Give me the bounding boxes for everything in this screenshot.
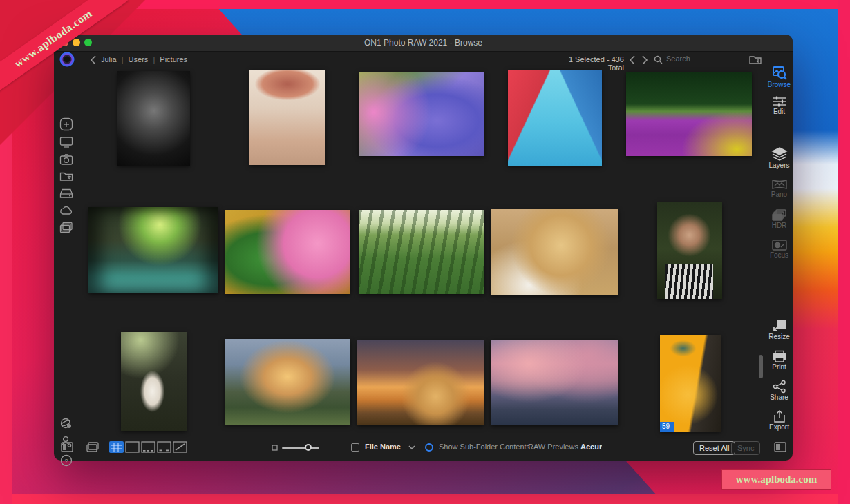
photo-thumbnail[interactable] xyxy=(508,70,602,166)
hdr-icon xyxy=(771,209,788,222)
photo-thumbnail[interactable] xyxy=(249,70,325,165)
module-hdr[interactable]: HDR xyxy=(766,209,793,229)
breadcrumb-item-users[interactable]: Users xyxy=(129,55,149,64)
sort-field-label[interactable]: File Name xyxy=(365,443,401,451)
add-source-icon[interactable] xyxy=(59,117,73,131)
photo-thumbnail[interactable] xyxy=(357,340,484,425)
sync-button[interactable]: Sync xyxy=(731,441,760,455)
module-pano-label: Pano xyxy=(766,191,793,198)
photo-thumbnail[interactable] xyxy=(491,340,618,425)
reset-all-button[interactable]: Reset All xyxy=(693,441,735,455)
photo-thumbnail[interactable] xyxy=(225,210,350,294)
photo-thumbnail[interactable] xyxy=(88,207,218,293)
bottom-toolbar: File Name Show Sub-Folder Contents RAW P… xyxy=(54,438,793,461)
print-icon xyxy=(772,350,787,363)
on1-logo-icon[interactable] xyxy=(59,52,75,67)
left-panel-toggle-icon[interactable] xyxy=(61,442,73,452)
cloud-icon[interactable] xyxy=(59,205,73,216)
photo-thumbnail[interactable] xyxy=(491,209,618,295)
action-share[interactable]: Share xyxy=(766,380,793,401)
frame-strip-bottom xyxy=(0,494,850,504)
action-share-label: Share xyxy=(766,394,793,401)
action-resize[interactable]: Resize xyxy=(766,319,793,340)
module-edit-label: Edit xyxy=(766,108,793,115)
right-rail: Browse Edit Layers Pano xyxy=(766,62,793,461)
module-browse-label: Browse xyxy=(766,81,793,88)
photo-thumbnail[interactable] xyxy=(121,332,187,431)
photo-thumbnail[interactable] xyxy=(657,202,722,299)
breadcrumb: Julia | Users | Pictures xyxy=(101,55,187,64)
thumbnail-size-slider-track[interactable] xyxy=(282,447,319,449)
browse-icon xyxy=(771,66,788,81)
prev-photo-icon[interactable] xyxy=(629,55,636,66)
module-focus-label: Focus xyxy=(766,251,793,259)
screenshot-canvas: ON1 Photo RAW 2021 - Browse Julia | User… xyxy=(0,0,850,504)
module-pano[interactable]: Pano xyxy=(766,178,793,198)
breadcrumb-separator: | xyxy=(153,55,155,64)
focus-icon xyxy=(771,239,788,251)
left-rail: ? xyxy=(54,70,75,461)
module-browse[interactable]: Browse xyxy=(766,66,793,88)
grid-scrollbar-thumb[interactable] xyxy=(759,355,763,378)
cataloged-folder-icon[interactable] xyxy=(59,171,73,182)
minimize-traffic-light[interactable] xyxy=(73,39,80,46)
watermark-badge: www.aplboda.com xyxy=(721,469,831,490)
photo-thumbnail[interactable] xyxy=(359,72,484,156)
thumbnail-size-slider-knob[interactable] xyxy=(305,444,312,451)
stacks-icon[interactable] xyxy=(86,441,100,453)
photo-thumbnail[interactable] xyxy=(359,210,484,294)
sort-dropdown-chevron-icon[interactable] xyxy=(408,445,416,450)
computer-icon[interactable] xyxy=(59,136,73,148)
view-compare-icon[interactable] xyxy=(157,441,171,453)
right-panel-toggle-icon[interactable] xyxy=(774,442,786,452)
window-title: ON1 Photo RAW 2021 - Browse xyxy=(54,35,793,51)
photo-thumbnail[interactable] xyxy=(117,71,190,166)
photo-thumbnail[interactable] xyxy=(225,339,350,425)
module-focus[interactable]: Focus xyxy=(766,239,793,259)
titlebar[interactable]: ON1 Photo RAW 2021 - Browse xyxy=(54,35,793,52)
breadcrumb-separator: | xyxy=(122,55,124,64)
action-export[interactable]: Export xyxy=(766,409,793,431)
search-icon xyxy=(654,55,663,65)
photo-thumbnail[interactable] xyxy=(626,72,752,156)
share-icon xyxy=(773,380,786,394)
back-chevron-icon[interactable] xyxy=(90,55,97,66)
sync-globe-icon[interactable] xyxy=(59,417,73,431)
albums-icon[interactable] xyxy=(59,222,73,234)
show-subfolder-label[interactable]: Show Sub-Folder Contents xyxy=(439,443,530,451)
action-resize-label: Resize xyxy=(766,333,793,340)
show-subfolder-radio[interactable] xyxy=(425,443,433,452)
pano-icon xyxy=(771,178,788,191)
zoom-traffic-light[interactable] xyxy=(84,39,92,46)
photo-thumbnail selected-photo[interactable]: 59 xyxy=(660,335,721,432)
watermark-badge-text: www.aplboda.com xyxy=(736,474,818,485)
breadcrumb-item-pictures[interactable]: Pictures xyxy=(160,55,187,64)
search-input[interactable] xyxy=(665,54,716,64)
thumbnail-size-icon xyxy=(272,445,278,451)
folder-icon[interactable] xyxy=(748,54,762,66)
module-hdr-label: HDR xyxy=(766,222,793,229)
view-grid-icon[interactable] xyxy=(109,441,124,453)
preview-quality-value[interactable]: Accurate xyxy=(580,443,602,451)
sort-checkbox[interactable] xyxy=(351,443,359,452)
view-quick-slideshow-icon[interactable] xyxy=(173,441,187,453)
raw-previews-label: RAW Previews xyxy=(528,443,578,451)
edit-icon xyxy=(772,95,787,108)
header-bar: Julia | Users | Pictures 1 Selected - 43… xyxy=(54,51,793,70)
resize-icon xyxy=(772,319,787,333)
view-photo-icon[interactable] xyxy=(125,441,140,453)
action-print-label: Print xyxy=(766,363,793,371)
camera-icon[interactable] xyxy=(59,153,73,166)
frame-strip-right xyxy=(838,0,850,504)
module-edit[interactable]: Edit xyxy=(766,95,793,115)
module-layers-label: Layers xyxy=(766,162,793,169)
export-icon xyxy=(773,409,786,423)
layers-icon xyxy=(771,146,788,162)
module-layers[interactable]: Layers xyxy=(766,146,793,169)
breadcrumb-item-julia[interactable]: Julia xyxy=(101,55,117,64)
next-photo-icon[interactable] xyxy=(641,55,648,66)
local-drive-icon[interactable] xyxy=(59,188,73,200)
view-filmstrip-icon[interactable] xyxy=(141,441,155,453)
striped-shirt-detail xyxy=(665,264,712,299)
action-print[interactable]: Print xyxy=(766,350,793,371)
